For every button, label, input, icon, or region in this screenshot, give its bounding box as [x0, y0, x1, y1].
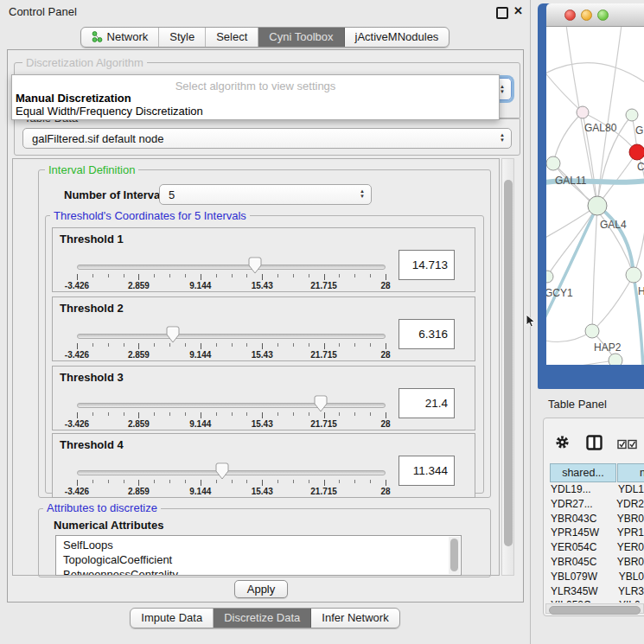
algorithm-option[interactable]: Manual Discretization: [16, 92, 131, 105]
table-row[interactable]: YDR27...YDR2: [545, 498, 644, 513]
slider-tick: [293, 343, 294, 347]
slider-thumb[interactable]: [215, 462, 229, 480]
slider-tick: [124, 480, 124, 483]
apply-button[interactable]: Apply: [234, 580, 288, 598]
attribute-list-item[interactable]: BetweennessCentrality: [56, 567, 461, 576]
network-edges: [546, 27, 644, 365]
slider-tick: [138, 412, 139, 418]
threshold-slider-track[interactable]: [77, 265, 386, 270]
table-row[interactable]: YDL19...YDL1: [545, 483, 644, 498]
bottom-tab-infer-network[interactable]: Infer Network: [311, 609, 399, 628]
slider-tick: [293, 480, 294, 483]
network-node[interactable]: [609, 354, 622, 365]
table-header-shared[interactable]: shared...: [550, 463, 616, 482]
tab-jactivemnodules[interactable]: jActiveMNodules: [345, 28, 450, 47]
slider-tick: [324, 480, 325, 486]
slider-tick: [277, 412, 278, 416]
table-row[interactable]: YER054CYER0: [545, 541, 644, 556]
bottom-tab-label: Discretize Data: [224, 611, 300, 624]
tab-network[interactable]: Network: [81, 28, 160, 47]
slider-tick: [216, 412, 217, 416]
close-icon[interactable]: ✕: [513, 4, 523, 17]
network-node-label: HAP2: [594, 341, 622, 354]
slider-tick-label: 28: [380, 281, 390, 290]
network-canvas[interactable]: GAL80GCGAL11GAL4GCY1HHAP2: [546, 27, 644, 365]
threshold-panel: Threshold 3-3.4262.8599.14415.4321.71528…: [52, 366, 475, 430]
slider-tick: [293, 274, 294, 277]
slider-tick: [339, 480, 340, 483]
slider-tick-label: 21.715: [310, 419, 337, 429]
threshold-value-field[interactable]: 6.316: [399, 319, 455, 349]
slider-tick: [262, 480, 263, 486]
network-node[interactable]: [577, 106, 589, 118]
num-intervals-label: Number of Intervals: [64, 188, 169, 201]
slider-thumb[interactable]: [248, 257, 262, 274]
threshold-value-field[interactable]: 14.713: [399, 250, 455, 280]
table-cell-name: YDL1: [611, 483, 644, 498]
network-window-titlebar[interactable]: [546, 3, 644, 27]
bottom-tab-discretize-data[interactable]: Discretize Data: [214, 609, 311, 628]
split-columns-icon[interactable]: [586, 435, 603, 450]
threshold-label: Threshold 2: [60, 302, 124, 315]
bottom-tab-impute-data[interactable]: Impute Data: [131, 609, 214, 628]
slider-tick: [201, 412, 201, 418]
network-node[interactable]: [585, 324, 599, 338]
threshold-value-field[interactable]: 21.4: [399, 388, 455, 418]
network-node[interactable]: [626, 109, 638, 121]
network-node[interactable]: [546, 271, 553, 283]
tab-label: Select: [216, 30, 247, 43]
slider-tick: [124, 343, 124, 347]
table-cell-name: YLR3: [611, 585, 644, 600]
table-data-combo[interactable]: galFiltered.sif default node ▲▼: [22, 128, 512, 149]
slider-tick-label: 2.859: [128, 281, 150, 290]
table-row[interactable]: YLR345WYLR3: [545, 585, 644, 600]
slider-tick: [386, 343, 386, 349]
threshold-value-field[interactable]: 11.344: [399, 456, 455, 486]
algorithm-option[interactable]: Equal Width/Frequency Discretization: [16, 105, 203, 118]
tab-cyni-toolbox[interactable]: Cyni Toolbox: [258, 28, 344, 47]
slider-tick: [154, 412, 155, 416]
table-row[interactable]: YBR043CYBR0: [545, 513, 644, 527]
tab-select[interactable]: Select: [206, 28, 258, 47]
table-cell-shared-name: YER054C: [545, 541, 610, 556]
table-header-name[interactable]: na: [617, 463, 644, 482]
table-row[interactable]: YIL052CYIL0: [545, 599, 644, 603]
slider-tick: [232, 274, 233, 277]
gear-icon[interactable]: [555, 435, 570, 450]
network-node[interactable]: [546, 156, 560, 170]
scrollbar-thumb[interactable]: [504, 180, 513, 546]
network-node[interactable]: [588, 196, 607, 215]
table-row[interactable]: YBL079WYBL0: [545, 571, 644, 585]
table-row[interactable]: YBR045CYBR0: [545, 556, 644, 571]
slider-tick: [309, 412, 309, 416]
network-node-label: G: [635, 124, 643, 137]
threshold-slider-track[interactable]: [77, 403, 386, 408]
float-window-icon[interactable]: [496, 7, 508, 19]
checkbox-pair-icon[interactable]: [617, 439, 638, 450]
zoom-traffic-light[interactable]: [597, 10, 609, 21]
attributes-list[interactable]: SelfLoopsTopologicalCoefficientBetweenne…: [55, 535, 462, 576]
slider-tick: [216, 274, 217, 277]
tab-style[interactable]: Style: [159, 28, 206, 47]
slider-thumb[interactable]: [166, 326, 180, 343]
threshold-slider-track[interactable]: [77, 470, 386, 475]
slider-tick-label: 28: [380, 350, 390, 360]
slider-tick: [339, 343, 340, 347]
horizontal-scrollbar[interactable]: [545, 603, 644, 614]
list-scrollbar[interactable]: [449, 537, 460, 574]
slider-thumb[interactable]: [314, 395, 328, 412]
close-traffic-light[interactable]: [564, 10, 576, 21]
network-view-window[interactable]: GAL80GCGAL11GAL4GCY1HHAP2: [538, 3, 644, 389]
vertical-scrollbar[interactable]: [501, 158, 514, 576]
num-intervals-combo[interactable]: 5 ▲▼: [159, 184, 372, 205]
list-scrollbar-thumb[interactable]: [450, 539, 458, 571]
attribute-list-item[interactable]: SelfLoops: [56, 538, 461, 552]
network-node[interactable]: [629, 144, 644, 160]
slider-tick: [262, 412, 263, 418]
attribute-list-item[interactable]: TopologicalCoefficient: [56, 552, 461, 567]
hscrollbar-thumb[interactable]: [549, 606, 641, 615]
threshold-slider-track[interactable]: [77, 334, 386, 339]
table-row[interactable]: YPR145WYPR1: [545, 526, 644, 541]
minimize-traffic-light[interactable]: [581, 10, 592, 21]
network-node[interactable]: [626, 267, 641, 283]
